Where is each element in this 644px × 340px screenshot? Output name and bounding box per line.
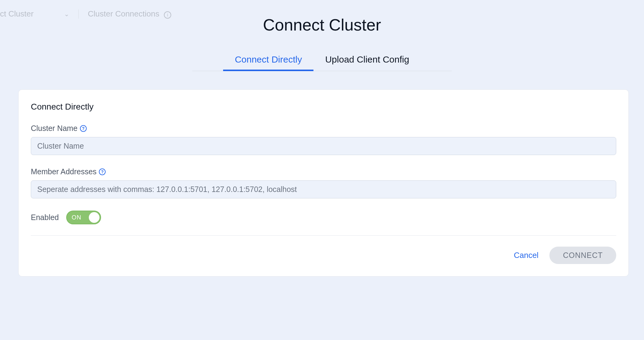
- toggle-knob: [89, 212, 99, 223]
- toggle-state-text: ON: [72, 214, 81, 221]
- tab-label: Upload Client Config: [325, 54, 409, 64]
- cancel-button[interactable]: Cancel: [514, 251, 538, 260]
- card-footer: Cancel CONNECT: [31, 247, 616, 264]
- cluster-name-group: Cluster Name ?: [31, 124, 616, 155]
- connect-cluster-modal: Connect Cluster Connect Directly Upload …: [0, 0, 644, 286]
- member-addresses-label-row: Member Addresses ?: [31, 167, 616, 176]
- member-addresses-group: Member Addresses ?: [31, 167, 616, 198]
- card-title: Connect Directly: [31, 102, 616, 112]
- cluster-name-label-row: Cluster Name ?: [31, 124, 616, 133]
- enabled-label: Enabled: [31, 213, 59, 222]
- tab-connect-directly[interactable]: Connect Directly: [223, 49, 313, 71]
- enabled-group: Enabled ON: [31, 211, 616, 224]
- member-addresses-label: Member Addresses: [31, 167, 96, 176]
- tab-label: Connect Directly: [235, 54, 302, 64]
- member-addresses-input[interactable]: [31, 180, 616, 198]
- tab-upload-client-config[interactable]: Upload Client Config: [313, 49, 421, 71]
- help-icon[interactable]: ?: [99, 168, 106, 175]
- help-icon[interactable]: ?: [80, 125, 87, 132]
- connect-button[interactable]: CONNECT: [549, 247, 616, 264]
- form-card: Connect Directly Cluster Name ? Member A…: [18, 89, 629, 277]
- cluster-name-input[interactable]: [31, 137, 616, 155]
- modal-title: Connect Cluster: [18, 15, 626, 34]
- footer-divider: [31, 235, 616, 236]
- tabs-container: Connect Directly Upload Client Config: [192, 49, 452, 71]
- cluster-name-label: Cluster Name: [31, 124, 78, 133]
- enabled-toggle[interactable]: ON: [66, 211, 101, 224]
